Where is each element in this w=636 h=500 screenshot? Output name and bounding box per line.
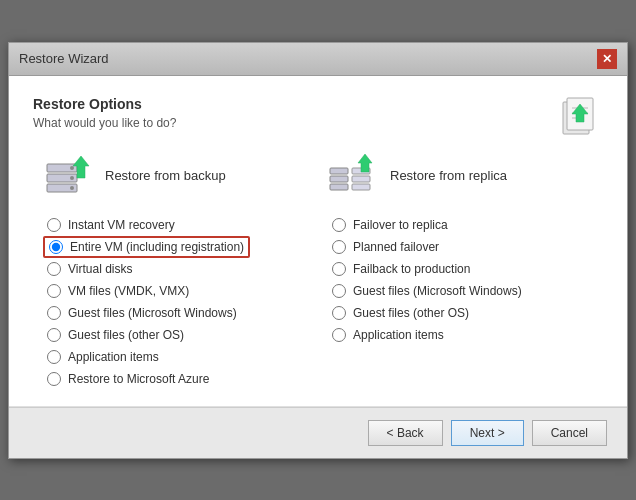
footer: < Back Next > Cancel (9, 407, 627, 458)
restore-wizard-window: Restore Wizard ✕ Restore Options What wo… (8, 42, 628, 459)
backup-column: Restore from backup Instant VM recovery … (33, 150, 318, 386)
radio-guest-windows[interactable]: Guest files (Microsoft Windows) (47, 306, 308, 320)
radio-failback-label: Failback to production (353, 262, 470, 276)
radio-virtual-disks[interactable]: Virtual disks (47, 262, 308, 276)
title-bar: Restore Wizard ✕ (9, 43, 627, 76)
svg-point-11 (70, 186, 74, 190)
cancel-button[interactable]: Cancel (532, 420, 607, 446)
replica-icon (328, 150, 380, 202)
radio-instant-vm[interactable]: Instant VM recovery (47, 218, 308, 232)
replica-column-title: Restore from replica (390, 168, 507, 183)
radio-instant-vm-label: Instant VM recovery (68, 218, 175, 232)
radio-guest-windows-r-label: Guest files (Microsoft Windows) (353, 284, 522, 298)
backup-column-header: Restore from backup (43, 150, 308, 202)
main-content: Restore Options What would you like to d… (9, 76, 627, 406)
replica-radio-group: Failover to replica Planned failover Fai… (328, 218, 593, 342)
svg-rect-13 (330, 168, 348, 174)
radio-guest-other-r-label: Guest files (other OS) (353, 306, 469, 320)
section-title: Restore Options (33, 96, 603, 112)
radio-entire-vm[interactable]: Entire VM (including registration) (49, 240, 244, 254)
radio-app-items-r[interactable]: Application items (332, 328, 593, 342)
backup-icon (43, 150, 95, 202)
svg-rect-15 (330, 184, 348, 190)
radio-guest-other-label: Guest files (other OS) (68, 328, 184, 342)
radio-vm-files-label: VM files (VMDK, VMX) (68, 284, 189, 298)
header-area: Restore Options What would you like to d… (33, 96, 603, 130)
next-button[interactable]: Next > (451, 420, 524, 446)
svg-rect-18 (352, 184, 370, 190)
svg-rect-17 (352, 176, 370, 182)
svg-point-10 (70, 176, 74, 180)
backup-column-title: Restore from backup (105, 168, 226, 183)
radio-failover[interactable]: Failover to replica (332, 218, 593, 232)
radio-planned-failover-label: Planned failover (353, 240, 439, 254)
radio-app-items-label: Application items (68, 350, 159, 364)
radio-guest-windows-label: Guest files (Microsoft Windows) (68, 306, 237, 320)
radio-app-items[interactable]: Application items (47, 350, 308, 364)
svg-rect-14 (330, 176, 348, 182)
radio-planned-failover[interactable]: Planned failover (332, 240, 593, 254)
page-icon (559, 96, 603, 143)
radio-virtual-disks-label: Virtual disks (68, 262, 132, 276)
radio-failback[interactable]: Failback to production (332, 262, 593, 276)
selected-box: Entire VM (including registration) (43, 236, 250, 258)
radio-entire-vm-label: Entire VM (including registration) (70, 240, 244, 254)
close-button[interactable]: ✕ (597, 49, 617, 69)
radio-guest-other-r[interactable]: Guest files (other OS) (332, 306, 593, 320)
options-grid: Restore from backup Instant VM recovery … (33, 150, 603, 386)
radio-failover-label: Failover to replica (353, 218, 448, 232)
radio-restore-azure[interactable]: Restore to Microsoft Azure (47, 372, 308, 386)
radio-vm-files[interactable]: VM files (VMDK, VMX) (47, 284, 308, 298)
backup-radio-group: Instant VM recovery Entire VM (including… (43, 218, 308, 386)
replica-column: Restore from replica Failover to replica… (318, 150, 603, 386)
radio-restore-azure-label: Restore to Microsoft Azure (68, 372, 209, 386)
window-title: Restore Wizard (19, 51, 109, 66)
radio-guest-other[interactable]: Guest files (other OS) (47, 328, 308, 342)
radio-guest-windows-r[interactable]: Guest files (Microsoft Windows) (332, 284, 593, 298)
radio-entire-vm-container: Entire VM (including registration) (47, 240, 308, 254)
radio-app-items-r-label: Application items (353, 328, 444, 342)
back-button[interactable]: < Back (368, 420, 443, 446)
replica-column-header: Restore from replica (328, 150, 593, 202)
section-subtitle: What would you like to do? (33, 116, 603, 130)
svg-point-9 (70, 166, 74, 170)
